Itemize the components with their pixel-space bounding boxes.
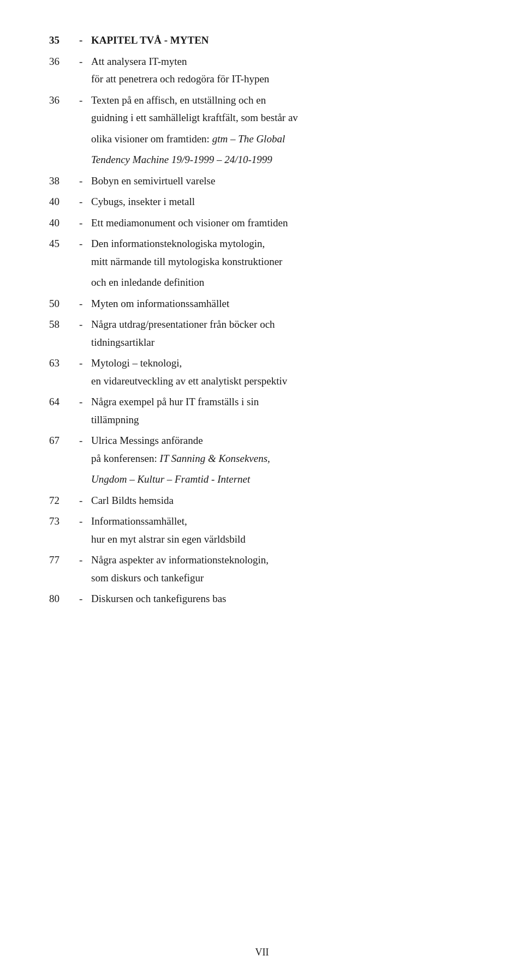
toc-row-64: 64 - Några exempel på hur IT framställs …: [49, 394, 475, 410]
toc-label-36b: Texten på en affisch, en utställning och…: [91, 93, 475, 109]
toc-indent-text-64-1: tillämpning: [91, 412, 475, 428]
toc-label-67: Ulrica Messings anförande: [91, 433, 475, 449]
toc-dash-36b: -: [79, 93, 91, 109]
toc-label-63: Mytologi – teknologi,: [91, 356, 475, 371]
toc-label-36a: Att analysera IT-myten: [91, 54, 475, 70]
toc-indent-text-67-2: Ungdom – Kultur – Framtid - Internet: [91, 472, 475, 488]
toc-label-40b: Ett mediamonument och visioner om framti…: [91, 215, 475, 231]
toc-dash-58: -: [79, 317, 91, 333]
toc-row-35: 35 - KAPITEL TVÅ - MYTEN: [49, 33, 475, 49]
toc-dash-80: -: [79, 591, 91, 607]
toc-number-40a: 40: [49, 194, 79, 210]
toc-number-36b: 36: [49, 93, 79, 109]
toc-row-36b: 36 - Texten på en affisch, en utställnin…: [49, 93, 475, 109]
toc-dash-40b: -: [79, 215, 91, 231]
toc-row-67: 67 - Ulrica Messings anförande: [49, 433, 475, 449]
toc-number-35: 35: [49, 33, 79, 49]
toc-dash-72: -: [79, 493, 91, 509]
toc-dash-67: -: [79, 433, 91, 449]
toc-row-80: 80 - Diskursen och tankefigurens bas: [49, 591, 475, 607]
toc-indent-text-36b-2: olika visioner om framtiden: gtm – The G…: [91, 131, 475, 147]
toc-indent-45-2: och en inledande definition: [49, 275, 475, 291]
toc-indent-text-67-1: på konferensen: IT Sanning & Konsekvens,: [91, 451, 475, 467]
toc-label-64: Några exempel på hur IT framställs i sin: [91, 394, 475, 410]
toc-indent-text-77-1: som diskurs och tankefigur: [91, 570, 475, 586]
toc-row-38: 38 - Bobyn en semivirtuell varelse: [49, 173, 475, 189]
toc-label-77: Några aspekter av informationsteknologin…: [91, 552, 475, 568]
toc-indent-67-1: på konferensen: IT Sanning & Konsekvens,: [49, 451, 475, 467]
toc-indent-58-1: tidningsartiklar: [49, 335, 475, 351]
toc-label-72: Carl Bildts hemsida: [91, 493, 475, 509]
toc-indent-67-2: Ungdom – Kultur – Framtid - Internet: [49, 472, 475, 488]
toc-indent-text-45-1: mitt närmande till mytologiska konstrukt…: [91, 254, 475, 270]
toc-row-36a: 36 - Att analysera IT-myten: [49, 54, 475, 70]
toc-dash-38: -: [79, 173, 91, 189]
toc-row-72: 72 - Carl Bildts hemsida: [49, 493, 475, 509]
page-number: VII: [255, 947, 269, 958]
toc-content: 35 - KAPITEL TVÅ - MYTEN 36 - Att analys…: [49, 33, 475, 607]
toc-number-36a: 36: [49, 54, 79, 70]
toc-indent-64-1: tillämpning: [49, 412, 475, 428]
toc-indent-text-73-1: hur en myt alstrar sin egen världsbild: [91, 532, 475, 548]
toc-indent-text-58-1: tidningsartiklar: [91, 335, 475, 351]
toc-indent-36b-1: guidning i ett samhälleligt kraftfält, s…: [49, 110, 475, 126]
toc-indent-text-36a-1: för att penetrera och redogöra för IT-hy…: [91, 71, 475, 87]
toc-row-50: 50 - Myten om informationssamhället: [49, 296, 475, 312]
toc-number-67: 67: [49, 433, 79, 449]
toc-indent-77-1: som diskurs och tankefigur: [49, 570, 475, 586]
toc-indent-text-63-1: en vidareutveckling av ett analytiskt pe…: [91, 374, 475, 389]
toc-label-58: Några utdrag/presentationer från böcker …: [91, 317, 475, 333]
toc-indent-36b-2: olika visioner om framtiden: gtm – The G…: [49, 131, 475, 147]
toc-dash-73: -: [79, 514, 91, 530]
toc-dash-36a: -: [79, 54, 91, 70]
toc-row-40a: 40 - Cybugs, insekter i metall: [49, 194, 475, 210]
toc-dash-64: -: [79, 394, 91, 410]
toc-row-73: 73 - Informationssamhället,: [49, 514, 475, 530]
toc-indent-73-1: hur en myt alstrar sin egen världsbild: [49, 532, 475, 548]
toc-number-38: 38: [49, 173, 79, 189]
toc-number-63: 63: [49, 356, 79, 371]
toc-dash-63: -: [79, 356, 91, 371]
toc-number-73: 73: [49, 514, 79, 530]
toc-dash-45: -: [79, 236, 91, 252]
toc-dash-40a: -: [79, 194, 91, 210]
toc-number-45: 45: [49, 236, 79, 252]
toc-label-40a: Cybugs, insekter i metall: [91, 194, 475, 210]
toc-number-64: 64: [49, 394, 79, 410]
toc-indent-text-45-2: och en inledande definition: [91, 275, 475, 291]
toc-label-50: Myten om informationssamhället: [91, 296, 475, 312]
toc-indent-text-36b-3: Tendency Machine 19/9-1999 – 24/10-1999: [91, 152, 475, 168]
page-footer: VII: [0, 947, 524, 958]
toc-label-38: Bobyn en semivirtuell varelse: [91, 173, 475, 189]
toc-row-63: 63 - Mytologi – teknologi,: [49, 356, 475, 371]
toc-label-80: Diskursen och tankefigurens bas: [91, 591, 475, 607]
toc-row-40b: 40 - Ett mediamonument och visioner om f…: [49, 215, 475, 231]
toc-indent-text-36b-1: guidning i ett samhälleligt kraftfält, s…: [91, 110, 475, 126]
toc-row-45: 45 - Den informationsteknologiska mytolo…: [49, 236, 475, 252]
toc-number-80: 80: [49, 591, 79, 607]
toc-dash-35: -: [79, 33, 91, 49]
toc-label-73: Informationssamhället,: [91, 514, 475, 530]
toc-number-40b: 40: [49, 215, 79, 231]
toc-label-45: Den informationsteknologiska mytologin,: [91, 236, 475, 252]
toc-number-72: 72: [49, 493, 79, 509]
toc-indent-63-1: en vidareutveckling av ett analytiskt pe…: [49, 374, 475, 389]
toc-number-77: 77: [49, 552, 79, 568]
toc-row-77: 77 - Några aspekter av informationstekno…: [49, 552, 475, 568]
toc-indent-36b-3: Tendency Machine 19/9-1999 – 24/10-1999: [49, 152, 475, 168]
toc-indent-45-1: mitt närmande till mytologiska konstrukt…: [49, 254, 475, 270]
toc-number-50: 50: [49, 296, 79, 312]
toc-indent-36a-1: för att penetrera och redogöra för IT-hy…: [49, 71, 475, 87]
toc-dash-50: -: [79, 296, 91, 312]
toc-number-58: 58: [49, 317, 79, 333]
toc-dash-77: -: [79, 552, 91, 568]
toc-row-58: 58 - Några utdrag/presentationer från bö…: [49, 317, 475, 333]
toc-label-35: KAPITEL TVÅ - MYTEN: [91, 33, 475, 49]
